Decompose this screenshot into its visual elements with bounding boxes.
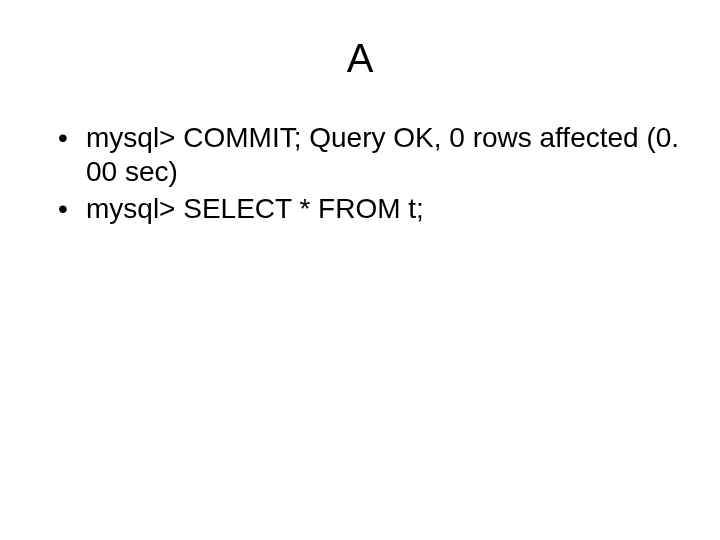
bullet-item: mysql> COMMIT; Query OK, 0 rows affected… [58,121,680,188]
bullet-item: mysql> SELECT * FROM t; [58,192,680,226]
slide-title: A [40,36,680,81]
bullet-text: mysql> SELECT * FROM t; [86,193,424,224]
slide: A mysql> COMMIT; Query OK, 0 rows affect… [0,0,720,540]
bullet-text: mysql> COMMIT; Query OK, 0 rows affected… [86,122,679,187]
bullet-list: mysql> COMMIT; Query OK, 0 rows affected… [40,121,680,226]
